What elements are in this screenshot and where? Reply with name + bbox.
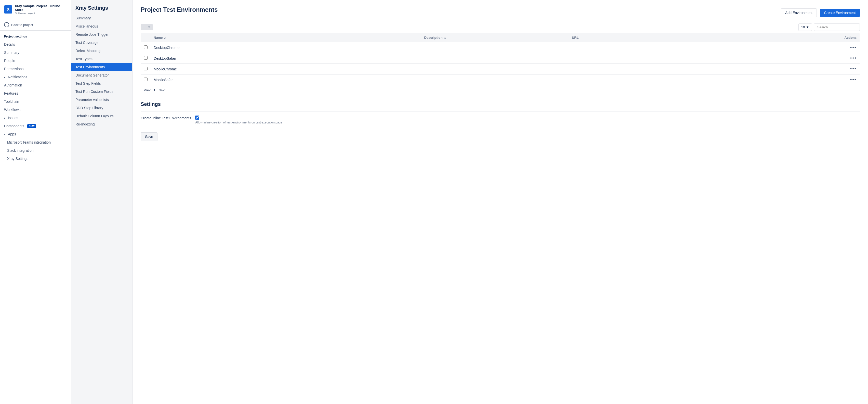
xray-nav-test-coverage[interactable]: Test Coverage [71, 38, 132, 47]
xray-nav-defect-mapping[interactable]: Defect Mapping [71, 47, 132, 55]
xray-nav-test-environments[interactable]: Test Environments [71, 63, 132, 71]
sidebar-item-automation[interactable]: Automation [0, 81, 71, 89]
project-settings-title: Project settings [0, 31, 71, 40]
table-header-actions: Actions [839, 33, 860, 42]
row-actions-1[interactable]: ••• [850, 45, 857, 50]
env-desc-2 [421, 53, 569, 64]
sidebar-item-features[interactable]: Features [0, 89, 71, 97]
xray-nav-summary[interactable]: Summary [71, 14, 132, 22]
setting-description-inline: Allow inline creation of test environmen… [195, 121, 282, 124]
sidebar-item-workflows[interactable]: Workflows [0, 106, 71, 114]
header-actions: Add Environment Create Environment [781, 8, 860, 17]
back-label: Back to project [11, 23, 33, 27]
environments-table: Name △ Description △ URL Actions Desktop… [141, 33, 860, 85]
table-toolbar: ▼ 10 ▼ [141, 24, 860, 31]
table-header-checkbox [141, 33, 151, 42]
xray-nav-remote-jobs[interactable]: Remote Jobs Trigger [71, 30, 132, 38]
env-desc-3 [421, 64, 569, 75]
table-row: MobileSafari ••• [141, 75, 860, 85]
project-name: Xray Sample Project - Online Store [15, 4, 67, 12]
sidebar-item-summary[interactable]: Summary [0, 49, 71, 57]
row-checkbox-3[interactable] [144, 67, 148, 70]
project-info: Xray Sample Project - Online Store Softw… [15, 4, 67, 15]
xray-nav-test-types[interactable]: Test Types [71, 55, 132, 63]
xray-nav-document-generator[interactable]: Document Generator [71, 71, 132, 79]
xray-nav-miscellaneous[interactable]: Miscellaneous [71, 22, 132, 30]
sidebar-item-components[interactable]: Components NEW [0, 122, 71, 130]
env-name-3: MobileChrome [151, 64, 421, 75]
sidebar-item-apps[interactable]: ▾Apps [0, 130, 71, 138]
desc-sort-icon: △ [444, 36, 446, 39]
table-header-url: URL [569, 33, 839, 42]
sidebar-item-permissions[interactable]: Permissions [0, 65, 71, 73]
table-header-description[interactable]: Description △ [421, 33, 569, 42]
notifications-arrow-icon: ▸ [4, 76, 5, 79]
column-selector[interactable]: ▼ [141, 24, 153, 30]
table-toolbar-left: ▼ [141, 24, 153, 30]
per-page-chevron-icon: ▼ [806, 25, 809, 29]
apps-arrow-icon: ▾ [4, 133, 5, 136]
name-sort-icon: △ [164, 36, 166, 39]
table-row: DesktopSafari ••• [141, 53, 860, 64]
prev-page-button[interactable]: Prev [144, 88, 151, 92]
inline-test-env-checkbox[interactable] [195, 116, 199, 120]
issues-arrow-icon: ▸ [4, 117, 5, 119]
xray-nav-test-run-custom[interactable]: Test Run Custom Fields [71, 87, 132, 96]
row-checkbox-4[interactable] [144, 78, 148, 81]
row-actions-2[interactable]: ••• [850, 56, 857, 61]
env-url-2 [569, 53, 839, 64]
sidebar-item-toolchain[interactable]: Toolchain [0, 97, 71, 106]
project-header: X Xray Sample Project - Online Store Sof… [0, 0, 71, 19]
row-actions-3[interactable]: ••• [850, 66, 857, 71]
sidebar-item-details[interactable]: Details [0, 40, 71, 49]
env-url-4 [569, 75, 839, 85]
back-arrow-icon: ← [4, 22, 9, 27]
table-header-name[interactable]: Name △ [151, 33, 421, 42]
sidebar-item-slack[interactable]: Slack integration [0, 146, 71, 154]
page-header-bar: Project Test Environments Add Environmen… [141, 6, 860, 19]
table-toolbar-right: 10 ▼ [799, 24, 860, 31]
setting-control-inline: Allow inline creation of test environmen… [195, 116, 282, 124]
setting-row-inline: Create Inline Test Environments Allow in… [141, 111, 860, 128]
env-desc-1 [421, 42, 569, 53]
row-actions-4[interactable]: ••• [850, 77, 857, 82]
xray-nav-test-step-fields[interactable]: Test Step Fields [71, 79, 132, 87]
table-row: MobileChrome ••• [141, 64, 860, 75]
sidebar-item-xray-settings[interactable]: Xray Settings [0, 154, 71, 163]
project-type: Software project [15, 12, 67, 15]
env-desc-4 [421, 75, 569, 85]
pagination: Prev 1 Next [141, 85, 860, 95]
per-page-value: 10 [801, 25, 805, 29]
current-page: 1 [154, 88, 155, 92]
sidebar-item-people[interactable]: People [0, 57, 71, 65]
page-title: Project Test Environments [141, 6, 218, 13]
env-name-1: DesktopChrome [151, 42, 421, 53]
project-icon: X [4, 5, 12, 13]
xray-nav-bdd-step[interactable]: BDD Step Library [71, 104, 132, 112]
new-badge: NEW [27, 124, 36, 128]
row-checkbox-2[interactable] [144, 56, 148, 60]
sidebar-item-ms-teams[interactable]: Microsoft Teams integration [0, 138, 71, 146]
setting-label-inline: Create Inline Test Environments [141, 116, 191, 120]
add-environment-button[interactable]: Add Environment [781, 8, 817, 17]
xray-sidebar: Xray Settings Summary Miscellaneous Remo… [71, 0, 132, 404]
create-environment-button[interactable]: Create Environment [820, 9, 860, 17]
xray-sidebar-title: Xray Settings [71, 0, 132, 14]
search-input[interactable] [814, 24, 860, 31]
row-checkbox-1[interactable] [144, 46, 148, 49]
back-to-project-link[interactable]: ← Back to project [0, 19, 71, 31]
save-button[interactable]: Save [141, 133, 157, 141]
sidebar-item-notifications[interactable]: ▸Notifications [0, 73, 71, 81]
env-url-3 [569, 64, 839, 75]
table-row: DesktopChrome ••• [141, 42, 860, 53]
xray-nav-parameter-value[interactable]: Parameter value lists [71, 96, 132, 104]
sidebar-item-issues[interactable]: ▸Issues [0, 114, 71, 122]
columns-icon [143, 26, 147, 29]
xray-nav-default-column[interactable]: Default Column Layouts [71, 112, 132, 120]
left-sidebar: X Xray Sample Project - Online Store Sof… [0, 0, 71, 404]
env-name-2: DesktopSafari [151, 53, 421, 64]
per-page-select[interactable]: 10 ▼ [799, 24, 812, 31]
next-page-button[interactable]: Next [158, 88, 165, 92]
settings-section: Settings Create Inline Test Environments… [141, 101, 860, 141]
xray-nav-re-indexing[interactable]: Re-Indexing [71, 120, 132, 128]
